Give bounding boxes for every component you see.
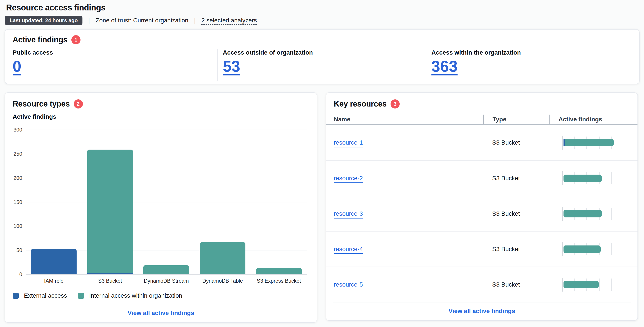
key-resources-footer: View all active findings	[333, 302, 631, 320]
mini-axis-tick	[562, 207, 563, 221]
mini-bar	[564, 139, 614, 146]
table-row: resource-2S3 Bucket	[326, 160, 638, 196]
bar-group-dynamodb-table	[194, 130, 251, 274]
mini-axis-tick	[562, 171, 563, 185]
metric-label: Access within the organization	[432, 49, 639, 56]
mini-gridline-tick	[611, 279, 612, 291]
y-axis-tick-label: 150	[14, 199, 22, 205]
mini-bar-segment-internal	[564, 246, 601, 253]
active-findings-step-badge: 1	[71, 35, 80, 44]
bar-segment-external[interactable]	[87, 273, 133, 274]
mini-axis-tick	[562, 278, 563, 292]
key-resources-header: Key resources 3	[326, 99, 638, 108]
bar-segment-internal[interactable]	[200, 242, 246, 274]
y-axis-tick-label: 200	[14, 175, 22, 181]
mini-bar	[564, 246, 601, 253]
legend-item[interactable]: External access	[12, 292, 67, 299]
mini-bar	[564, 281, 599, 288]
resource-types-title: Resource types	[12, 99, 70, 108]
x-axis-label: S3 Bucket	[82, 278, 138, 284]
chart-legend: External accessInternal access within or…	[12, 292, 309, 299]
mini-gridline-tick	[599, 279, 600, 291]
y-axis-tick-label: 250	[14, 151, 22, 157]
legend-label: Internal access within organization	[89, 292, 182, 299]
metric-value-link[interactable]: 363	[432, 58, 458, 75]
mini-gridline-tick	[611, 208, 612, 220]
mini-bar-segment-internal	[564, 281, 599, 288]
x-axis-label: S3 Express Bucket	[251, 278, 307, 284]
resource-types-card: Resource types 2 Active findings 3002502…	[4, 92, 317, 323]
cell-type: S3 Bucket	[483, 281, 549, 288]
mini-gridline-tick	[611, 243, 612, 255]
bar-segment-internal[interactable]	[144, 265, 189, 274]
mini-bar	[564, 210, 602, 217]
bar-segment-external[interactable]	[31, 249, 76, 274]
cell-name: resource-2	[326, 175, 483, 182]
legend-item[interactable]: Internal access within organization	[78, 292, 182, 299]
last-updated-badge: Last updated: 24 hours ago	[5, 16, 82, 25]
metric-public-access: Public access 0	[5, 49, 217, 81]
resource-link[interactable]: resource-1	[334, 139, 363, 146]
active-findings-header: Active findings 1	[5, 35, 639, 44]
table-row: resource-5S3 Bucket	[326, 267, 638, 302]
resource-types-chart: 300250200150100500	[12, 130, 307, 274]
mini-bar-chart	[562, 171, 616, 185]
mini-bar-segment-internal	[564, 175, 602, 182]
y-axis-tick-label: 50	[16, 247, 22, 253]
active-findings-metrics: Public access 0 Access outside of organi…	[5, 49, 639, 81]
page-header: Resource access findings Last updated: 2…	[0, 0, 644, 25]
meta-separator: |	[194, 17, 196, 24]
view-all-active-findings-link[interactable]: View all active findings	[448, 308, 515, 315]
resource-types-header: Resource types 2	[5, 99, 317, 108]
bar-segment-internal[interactable]	[256, 268, 302, 274]
x-axis-label: DynamoDB Table	[194, 278, 251, 284]
zone-of-trust-text: Zone of trust: Current organization	[96, 17, 188, 24]
cell-active-findings	[549, 171, 638, 185]
resource-link[interactable]: resource-3	[334, 210, 363, 217]
metric-value-link[interactable]: 0	[12, 58, 21, 75]
cell-active-findings	[549, 242, 638, 256]
table-body: resource-1S3 Bucketresource-2S3 Bucketre…	[326, 125, 638, 302]
mini-bar-chart	[562, 278, 616, 292]
cell-name: resource-1	[326, 139, 483, 146]
cell-name: resource-5	[326, 281, 483, 288]
bar-group-s3-bucket	[82, 130, 138, 274]
legend-swatch	[78, 293, 84, 299]
bar-group-dynamodb-stream	[138, 130, 194, 274]
resource-link[interactable]: resource-5	[334, 281, 363, 288]
cell-type: S3 Bucket	[483, 139, 549, 146]
active-findings-title: Active findings	[12, 35, 68, 44]
dashboard-page: Resource access findings Last updated: 2…	[0, 0, 644, 327]
bar-chart-plot: 300250200150100500	[26, 130, 307, 274]
bar-segment-internal[interactable]	[87, 150, 133, 273]
selected-analyzers-link[interactable]: 2 selected analyzers	[201, 17, 257, 24]
cell-active-findings	[549, 136, 638, 150]
metric-label: Access outside of organization	[223, 49, 426, 56]
key-resources-card: Key resources 3 Name Type Active finding…	[326, 92, 638, 321]
view-all-active-findings-link[interactable]: View all active findings	[128, 310, 194, 316]
column-header-type: Type	[483, 115, 549, 124]
mini-bar-segment-internal	[565, 139, 614, 146]
cell-active-findings	[549, 207, 638, 221]
mini-bar-segment-internal	[564, 210, 602, 217]
mini-bar-chart	[562, 207, 616, 221]
bar-chart-x-labels: IAM roleS3 BucketDynamoDB StreamDynamoDB…	[26, 278, 307, 284]
legend-label: External access	[24, 292, 67, 299]
key-resources-title: Key resources	[334, 99, 386, 108]
cell-type: S3 Bucket	[483, 210, 549, 217]
mini-bar-chart	[562, 242, 616, 256]
y-axis-tick-label: 0	[19, 271, 22, 278]
mini-axis-tick	[562, 136, 563, 150]
resource-types-footer: View all active findings	[5, 304, 317, 322]
mini-bar-chart	[562, 136, 616, 150]
resource-link[interactable]: resource-4	[334, 246, 363, 252]
metric-label: Public access	[12, 49, 217, 56]
column-header-name: Name	[326, 115, 483, 124]
y-axis-tick-label: 100	[14, 223, 22, 229]
cell-name: resource-3	[326, 210, 483, 217]
table-header-row: Name Type Active findings	[326, 114, 638, 125]
metric-value-link[interactable]: 53	[223, 58, 240, 75]
active-findings-card: Active findings 1 Public access 0 Access…	[4, 29, 640, 84]
cell-name: resource-4	[326, 246, 483, 253]
resource-link[interactable]: resource-2	[334, 175, 363, 182]
